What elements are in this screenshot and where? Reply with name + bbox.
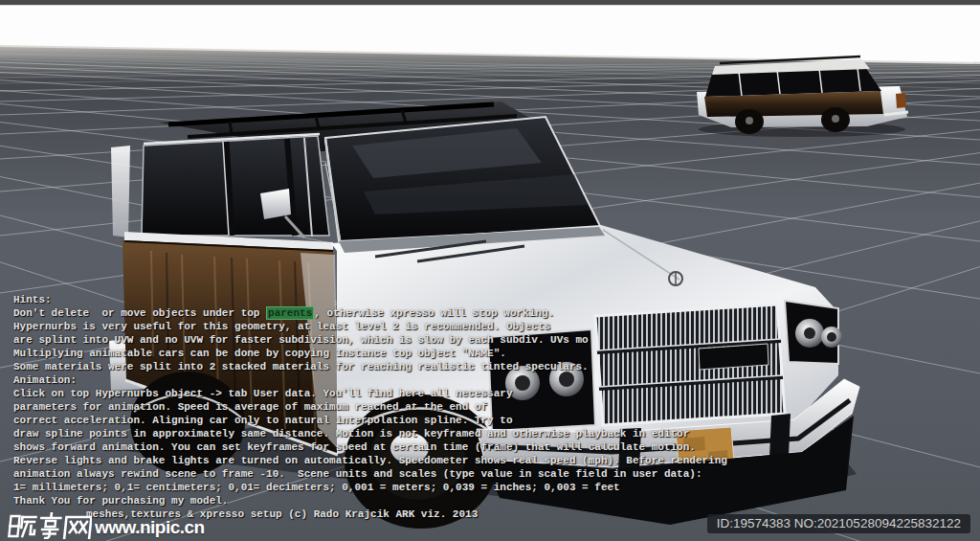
nipic-logo-icon	[8, 512, 92, 539]
hint-line: Hypernurbs is very useful for this geome…	[13, 320, 727, 333]
highlighted-word: parents	[266, 306, 314, 320]
headlight-center	[804, 327, 815, 339]
hint-line: shows forward animation. You can set key…	[13, 440, 727, 454]
hint-line: Multiplying animatable cars can be done …	[13, 347, 727, 360]
headlight-center	[827, 332, 836, 342]
hint-line: draw spline points in approximately same…	[13, 427, 727, 440]
hints-title: Hints:	[13, 293, 727, 306]
hint-line: Animation:	[13, 373, 727, 387]
hints-overlay: Hints: Don't delete or move objects unde…	[13, 293, 727, 521]
rear-pillar	[111, 146, 130, 237]
hint-line: are splint into UVW and no UVW for faste…	[13, 333, 727, 347]
hint-line: Thank You for purchasing my model.	[13, 494, 727, 507]
rack-crossbar	[230, 122, 232, 134]
watermark-url: www.nipic.cn	[95, 517, 205, 538]
3d-viewport[interactable]: Hints: Don't delete or move objects unde…	[0, 0, 980, 541]
hint-text: , otherwise xpresso will stop working.	[314, 307, 554, 319]
side-mirror	[260, 189, 291, 219]
screenshot-root: Hints: Don't delete or move objects unde…	[0, 0, 980, 541]
hint-line: animation always rewind scene to frame -…	[13, 467, 727, 481]
image-id-badge: ID:19574383 NO:20210528094225832122	[707, 514, 970, 533]
bumper-guard	[769, 414, 791, 458]
nipic-watermark: www.nipic.cn	[8, 512, 205, 539]
hint-line: correct acceleration. Aligning car only …	[13, 414, 727, 427]
hint-line: parameters for animation. Speed is avera…	[13, 400, 727, 414]
hint-line: Don't delete or move objects under top p…	[13, 306, 727, 320]
window-top-bar	[0, 0, 980, 6]
side-windows	[142, 136, 329, 236]
hint-line: Click on top Hypernurbs object -> tab Us…	[13, 387, 727, 400]
hint-line: Reverse lights and brake lights are turn…	[13, 454, 727, 467]
hint-text: Don't delete or move objects under top	[13, 307, 266, 319]
hint-line: 1= millimeters; 0,1= centimeters; 0,01= …	[13, 481, 727, 494]
hint-line: Some materials were split into 2 stacked…	[13, 360, 727, 373]
